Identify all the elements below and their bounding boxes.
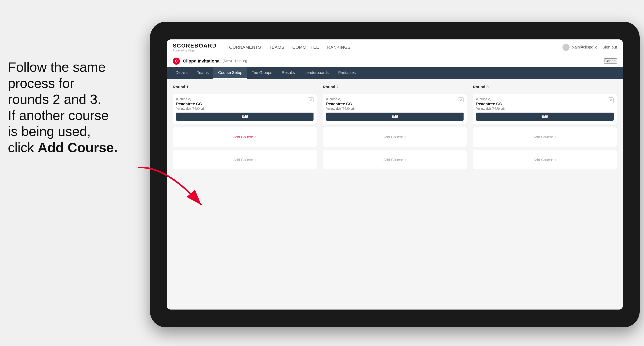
main-content: Round 1 (Course A) Peachtree GC Yellow (… [167,79,623,310]
round-1-course-card: (Course A) Peachtree GC Yellow (M) (6629… [173,94,317,124]
user-email: blair@clippd.io [572,45,598,49]
instruction-line3: rounds 2 and 3. [8,92,101,107]
logo-area: SCOREBOARD Powered by clippd [173,43,216,52]
round-3-column: Round 3 (Course A) Peachtree GC Yellow (… [473,85,617,170]
top-navigation: SCOREBOARD Powered by clippd TOURNAMENTS… [167,39,623,55]
logo-subtitle: Powered by clippd [173,49,216,52]
tab-details[interactable]: Details [171,67,192,79]
round-1-column: Round 1 (Course A) Peachtree GC Yellow (… [173,85,317,170]
round-2-course-label: (Course A) [326,97,356,101]
round-2-remove-button[interactable]: × [458,97,464,103]
tablet-device: SCOREBOARD Powered by clippd TOURNAMENTS… [150,22,640,327]
round-3-course-label: (Course A) [476,97,506,101]
hosting-status: Hosting [235,59,247,63]
scene: Follow the same process for rounds 2 and… [0,0,644,346]
round-3-course-card: (Course A) Peachtree GC Yellow (M) (6629… [473,94,617,124]
round-2-column: Round 2 (Course A) Peachtree GC Yellow (… [323,85,467,170]
user-avatar [562,44,570,51]
round-2-add-course-label-1: Add Course + [384,135,406,139]
round-3-title: Round 3 [473,85,617,89]
round-1-edit-button[interactable]: Edit [176,113,314,121]
round-2-title: Round 2 [323,85,467,89]
round-2-add-course-label-2: Add Course + [384,158,406,162]
round-2-course-details: Yellow (M) (6629 yds) [326,107,356,111]
round-2-card-header: (Course A) Peachtree GC Yellow (M) (6629… [326,97,464,111]
instruction-panel: Follow the same process for rounds 2 and… [8,59,130,156]
round-2-add-course-2[interactable]: Add Course + [323,150,467,170]
sub-header: C Clippd Invitational (Men) Hosting Canc… [167,55,623,67]
round-3-card-header: (Course A) Peachtree GC Yellow (M) (6629… [476,97,614,111]
tab-teams[interactable]: Teams [192,67,214,79]
cancel-button[interactable]: Cancel [604,58,617,64]
tab-tee-groups[interactable]: Tee Groups [247,67,277,79]
tablet-screen: SCOREBOARD Powered by clippd TOURNAMENTS… [167,39,623,310]
round-3-add-course-label-1: Add Course + [534,135,556,139]
round-1-course-label: (Course A) [176,97,206,101]
scoreboard-logo: SCOREBOARD [173,43,216,49]
round-1-add-course-1[interactable]: Add Course + [173,127,317,147]
tab-course-setup[interactable]: Course Setup [214,67,247,79]
nav-committee[interactable]: COMMITTEE [292,45,320,50]
tab-leaderboards[interactable]: Leaderboards [300,67,333,79]
round-1-add-course-label-1: Add Course + [233,135,256,139]
round-1-add-course-label-2: Add Course + [233,158,256,162]
round-3-add-course-2[interactable]: Add Course + [473,150,617,170]
nav-links: TOURNAMENTS TEAMS COMMITTEE RANKINGS [226,45,562,50]
nav-teams[interactable]: TEAMS [269,45,284,50]
round-2-course-info: (Course A) Peachtree GC Yellow (M) (6629… [326,97,356,111]
nav-tournaments[interactable]: TOURNAMENTS [226,45,261,50]
round-2-add-course-1[interactable]: Add Course + [323,127,467,147]
round-3-course-name: Peachtree GC [476,102,506,106]
instruction-line1: Follow the same [8,60,106,75]
round-3-add-course-1[interactable]: Add Course + [473,127,617,147]
round-2-edit-button[interactable]: Edit [326,113,464,121]
round-1-title: Round 1 [173,85,317,89]
round-1-course-info: (Course A) Peachtree GC Yellow (M) (6629… [176,97,206,111]
tab-results[interactable]: Results [277,67,300,79]
tab-printables[interactable]: Printables [334,67,360,79]
rounds-grid: Round 1 (Course A) Peachtree GC Yellow (… [173,85,617,170]
round-1-course-name: Peachtree GC [176,102,206,106]
round-1-remove-button[interactable]: × [308,97,314,103]
instruction-line4: If another course [8,108,108,123]
round-2-course-name: Peachtree GC [326,102,356,106]
sign-out-link[interactable]: Sign out [602,45,617,49]
round-3-remove-button[interactable]: × [608,97,614,103]
tournament-badge: (Men) [223,59,232,63]
tab-navigation: Details Teams Course Setup Tee Groups Re… [167,67,623,79]
instruction-line5: is being used, [8,124,91,139]
instruction-bold: Add Course. [38,140,118,155]
round-2-course-card: (Course A) Peachtree GC Yellow (M) (6629… [323,94,467,124]
round-3-add-course-label-2: Add Course + [534,158,556,162]
nav-user-area: blair@clippd.io | Sign out [562,44,617,51]
nav-rankings[interactable]: RANKINGS [327,45,351,50]
round-1-card-header: (Course A) Peachtree GC Yellow (M) (6629… [176,97,314,111]
instruction-line6: click Add Course. [8,140,118,155]
round-3-edit-button[interactable]: Edit [476,113,614,121]
round-1-course-details: Yellow (M) (6629 yds) [176,107,206,111]
clippd-logo: C [173,58,180,65]
nav-separator: | [600,45,600,49]
round-1-add-course-2[interactable]: Add Course + [173,150,317,170]
instruction-line2: process for [8,76,74,91]
round-3-course-info: (Course A) Peachtree GC Yellow (M) (6629… [476,97,506,111]
tournament-name: Clippd Invitational [183,59,221,64]
round-3-course-details: Yellow (M) (6629 yds) [476,107,506,111]
